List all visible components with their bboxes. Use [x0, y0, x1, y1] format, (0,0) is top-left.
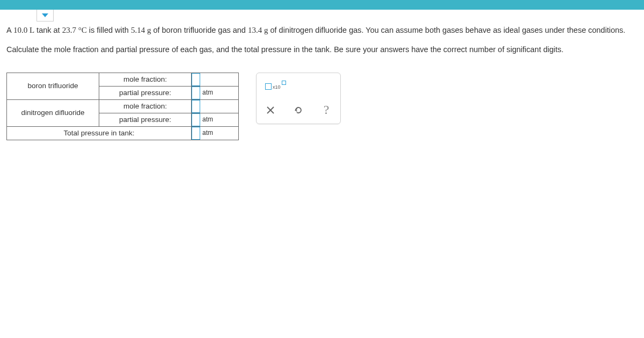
problem-sentence-2: Calculate the mole fraction and partial … — [6, 44, 638, 55]
dropdown-tab[interactable] — [36, 10, 54, 21]
input-cell: atm — [192, 113, 239, 126]
partial-pressure-label: partial pressure: — [99, 113, 192, 126]
text: A — [6, 26, 13, 34]
content-area: A 10.0 L tank at 23.7 °C is filled with … — [0, 10, 644, 147]
help-button[interactable]: ? — [320, 104, 333, 117]
temperature-value: 23.7 °C — [62, 26, 87, 34]
input-cell: atm — [192, 86, 239, 99]
clear-button[interactable] — [264, 104, 277, 117]
scientific-notation-button[interactable]: x10 — [264, 82, 287, 91]
total-pressure-label: Total pressure in tank: — [7, 126, 192, 140]
text: of boron trifluoride gas and — [151, 26, 248, 34]
toolbox-row: x10 — [264, 78, 333, 95]
text: of dinitrogen difluoride gas. You can as… — [268, 26, 625, 34]
total-pressure-input[interactable] — [192, 127, 200, 140]
mole-fraction-input[interactable] — [192, 100, 200, 113]
table-row: Total pressure in tank: atm — [7, 126, 239, 140]
mole-fraction-input[interactable] — [192, 73, 200, 86]
input-cell — [192, 99, 239, 113]
mole-fraction-label: mole fraction: — [99, 99, 192, 113]
unit-label: atm — [202, 129, 213, 136]
question-mark-icon: ? — [324, 100, 330, 119]
answer-table: boron trifluoride mole fraction: partial… — [6, 73, 239, 140]
problem-sentence-1: A 10.0 L tank at 23.7 °C is filled with … — [6, 25, 638, 37]
exponent-box-icon — [282, 81, 286, 85]
volume-value: 10.0 L — [13, 26, 34, 34]
top-bar — [0, 0, 644, 10]
mass2-value: 13.4 g — [248, 26, 268, 34]
toolbox: x10 ? — [256, 73, 341, 124]
box-icon — [265, 83, 272, 90]
unit-label: atm — [202, 89, 213, 96]
unit-label: atm — [202, 116, 213, 123]
main-row: boron trifluoride mole fraction: partial… — [6, 73, 638, 140]
table-row: dinitrogen difluoride mole fraction: — [7, 99, 239, 113]
input-cell — [192, 73, 239, 86]
mole-fraction-label: mole fraction: — [99, 73, 192, 86]
text: is filled with — [87, 26, 131, 34]
input-cell: atm — [192, 126, 239, 140]
x-icon — [266, 106, 275, 114]
partial-pressure-input[interactable] — [192, 113, 200, 126]
toolbox-row: ? — [264, 102, 333, 118]
table-row: boron trifluoride mole fraction: — [7, 73, 239, 86]
gas-name-cell: dinitrogen difluoride — [7, 99, 99, 126]
mass1-value: 5.14 g — [131, 26, 151, 34]
chevron-down-icon — [42, 13, 48, 17]
text: tank at — [34, 26, 62, 34]
undo-button[interactable] — [292, 104, 305, 117]
gas-name-cell: boron trifluoride — [7, 73, 99, 99]
partial-pressure-label: partial pressure: — [99, 86, 192, 99]
x10-label: x10 — [273, 84, 281, 91]
undo-icon — [294, 105, 303, 115]
partial-pressure-input[interactable] — [192, 87, 200, 99]
